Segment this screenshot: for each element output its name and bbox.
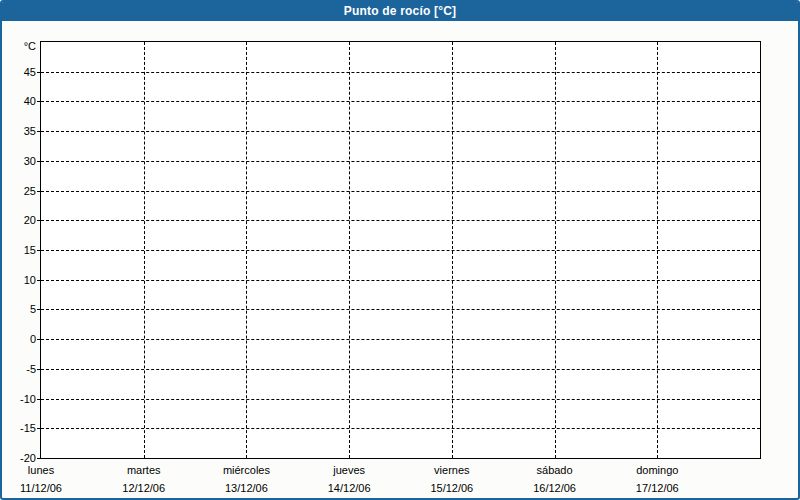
y-axis-tick--10 [37,399,40,400]
y-axis-tick-30 [37,161,40,162]
y-axis-tick-45 [37,72,40,73]
y-tick-label-45: 45 [2,65,36,79]
y-axis-tick-35 [37,131,40,132]
gridline-horizontal-30 [41,161,760,162]
gridline-horizontal-0 [41,339,760,340]
gridline-horizontal--5 [41,369,760,370]
gridline-vertical-1 [144,42,145,458]
y-axis-tick--5 [37,369,40,370]
gridline-vertical-6 [657,42,658,458]
y-axis-tick-40 [37,101,40,102]
x-day-label-lunes: lunes [0,463,96,477]
y-axis-tick-5 [37,309,40,310]
y-axis-tick-10 [37,280,40,281]
gridline-vertical-4 [452,42,453,458]
y-axis-tick-20 [37,220,40,221]
x-date-label-12/12/06: 12/12/06 [89,481,199,495]
x-day-label-miércoles: miércoles [191,463,301,477]
chart-panel: Punto de rocío [°C] °C 45403530252015105… [0,0,800,500]
gridline-horizontal-45 [41,72,760,73]
y-tick-label-10: 10 [2,273,36,287]
x-date-label-15/12/06: 15/12/06 [397,481,507,495]
x-day-label-martes: martes [89,463,199,477]
y-tick-label-0: 0 [2,332,36,346]
gridline-horizontal-10 [41,280,760,281]
gridline-horizontal-15 [41,250,760,251]
plot-area [40,41,761,459]
y-tick-label--10: -10 [2,392,36,406]
x-date-label-17/12/06: 17/12/06 [602,481,712,495]
x-day-label-sábado: sábado [500,463,610,477]
gridline-horizontal--10 [41,399,760,400]
gridline-horizontal-20 [41,220,760,221]
y-axis-tick-0 [37,339,40,340]
gridline-vertical-5 [555,42,556,458]
y-tick-label-5: 5 [2,302,36,316]
x-day-label-jueves: jueves [294,463,404,477]
x-date-label-11/12/06: 11/12/06 [0,481,96,495]
y-tick-label-15: 15 [2,243,36,257]
y-tick-label-20: 20 [2,213,36,227]
x-date-label-16/12/06: 16/12/06 [500,481,610,495]
y-axis-tick-25 [37,191,40,192]
x-date-label-13/12/06: 13/12/06 [191,481,301,495]
y-axis-tick-15 [37,250,40,251]
y-axis-tick--15 [37,428,40,429]
gridline-horizontal-5 [41,309,760,310]
gridline-horizontal-35 [41,131,760,132]
y-tick-label-30: 30 [2,154,36,168]
gridline-horizontal--15 [41,428,760,429]
y-tick-label-40: 40 [2,94,36,108]
gridline-vertical-3 [349,42,350,458]
gridline-horizontal-25 [41,191,760,192]
y-tick-label-35: 35 [2,124,36,138]
y-tick-label--5: -5 [2,362,36,376]
gridline-horizontal-40 [41,101,760,102]
x-day-label-domingo: domingo [602,463,712,477]
y-axis-tick--20 [37,458,40,459]
y-axis-unit-label: °C [2,39,36,53]
y-tick-label--15: -15 [2,421,36,435]
x-day-label-viernes: viernes [397,463,507,477]
chart-title-bar: Punto de rocío [°C] [2,2,798,21]
y-tick-label-25: 25 [2,184,36,198]
gridline-vertical-2 [246,42,247,458]
x-date-label-14/12/06: 14/12/06 [294,481,404,495]
